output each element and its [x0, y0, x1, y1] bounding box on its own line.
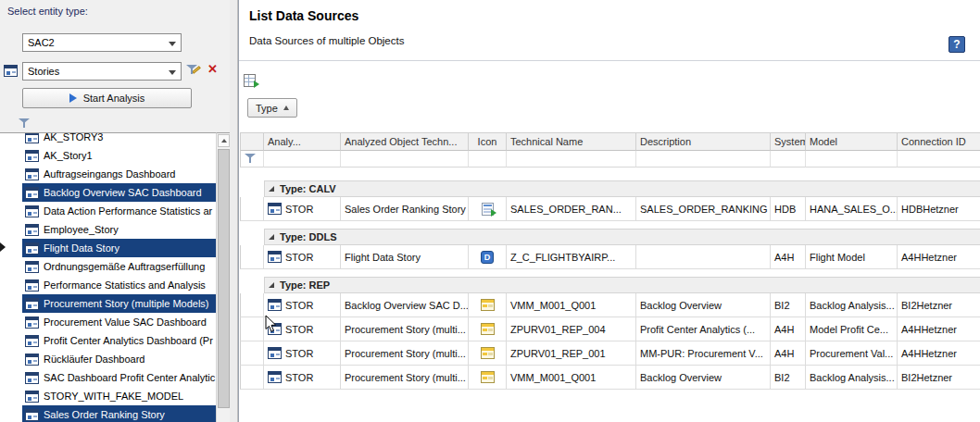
story-list-item[interactable]: Auftragseingangs Dashboard: [22, 165, 216, 183]
story-list-item-label: Data Action Performance Statistics ar: [44, 205, 212, 217]
table-row[interactable]: STOR Flight Data Story D Z_C_FLIGHTBYAIR…: [240, 245, 980, 269]
analysis-type: STOR: [285, 300, 313, 311]
story-list-item[interactable]: Employee_Story: [22, 220, 216, 239]
connection-id-cell: BI2Hetzner: [898, 293, 980, 317]
column-header-indicator: [240, 132, 264, 151]
panel-splitter[interactable]: [230, 0, 238, 422]
calculation-view-icon: [482, 203, 494, 216]
analysis-type: STOR: [285, 324, 313, 335]
row-indicator-cell: [240, 293, 264, 317]
story-list-item[interactable]: SAC Dashboard Profit Center Analytic: [22, 368, 216, 387]
story-list-item-label: Employee_Story: [44, 224, 119, 235]
bw-query-icon: [481, 371, 495, 383]
filter-cell[interactable]: [771, 151, 806, 168]
technical-name-cell: ZPURV01_REP_004: [507, 317, 636, 341]
column-header-system[interactable]: System: [771, 132, 806, 151]
story-list-item[interactable]: AK_STORY3: [22, 132, 216, 146]
table-row[interactable]: STOR Sales Order Ranking Story SALES_ORD…: [240, 197, 980, 221]
table-row[interactable]: STOR Procurement Story (multi... VMM_M00…: [240, 366, 980, 390]
list-filter-funnel-icon[interactable]: [19, 118, 30, 129]
system-cell: A4H: [771, 245, 806, 269]
group-expander-icon: [269, 186, 274, 192]
story-list-item[interactable]: Sales Order Ranking Story: [22, 405, 216, 422]
row-indicator-cell: [240, 245, 264, 269]
model-cell: Model Profit Ce...: [806, 317, 898, 341]
table-row[interactable]: STOR Procurement Story (multi... ZPURV01…: [240, 341, 980, 366]
page-title: List Data Sources: [249, 8, 358, 23]
story-list-item-label: Profit Center Analytics Dashboard (Pr: [44, 335, 213, 346]
system-cell: BI2: [771, 293, 806, 317]
help-button[interactable]: ?: [949, 36, 965, 53]
vertical-scrollbar[interactable]: [216, 132, 230, 422]
table-row[interactable]: STOR Procurement Story (multi... ZPURV01…: [240, 317, 980, 341]
filter-cell[interactable]: [469, 151, 507, 168]
column-header-connection-id[interactable]: Connection ID: [898, 132, 980, 151]
entity-type-combo[interactable]: SAC2: [22, 33, 182, 52]
story-list-item[interactable]: Procurement Story (multiple Models): [22, 294, 216, 313]
group-label: Type: DDLS: [280, 231, 337, 242]
filter-cell[interactable]: [636, 151, 771, 168]
story-list-item[interactable]: Ordnungsgemäße Auftragserfüllung: [22, 257, 216, 276]
story-list-item-label: Procurement Value SAC Dashboard: [44, 316, 207, 328]
bw-query-icon: [481, 299, 495, 311]
column-header-description[interactable]: Description: [636, 132, 771, 151]
model-cell: Procurement Val...: [806, 341, 898, 366]
story-icon: [25, 187, 39, 199]
description-cell: Profit Center Analytics (...: [636, 317, 771, 341]
row-indicator-cell: [240, 197, 264, 221]
group-by-chip[interactable]: Type: [247, 98, 297, 118]
story-icon: [268, 323, 282, 335]
table-row[interactable]: STOR Backlog Overview SAC D... VMM_M001_…: [240, 293, 980, 317]
connection-id-cell: A4HHetzner: [898, 341, 980, 366]
story-icon: [25, 354, 39, 366]
object-icon-cell: [469, 317, 507, 341]
group-by-chip-label: Type: [256, 103, 278, 114]
story-icon: [25, 132, 39, 143]
story-list-item[interactable]: Flight Data Story: [22, 239, 216, 257]
scroll-up-button[interactable]: [218, 134, 230, 147]
story-list-item[interactable]: Rückläufer Dashboard: [22, 350, 216, 368]
system-cell: A4H: [771, 317, 806, 341]
clear-filter-icon[interactable]: ✕: [207, 62, 218, 77]
group-label: Type: CALV: [280, 183, 336, 194]
row-indicator-cell: [240, 341, 264, 366]
export-to-spreadsheet-button[interactable]: [244, 71, 264, 90]
story-list-item[interactable]: Backlog Overview SAC Dashboard: [22, 183, 216, 202]
group-row-rep[interactable]: Type: REP: [264, 277, 980, 293]
filter-cell[interactable]: [898, 151, 980, 168]
model-cell: Backlog Analysis...: [806, 366, 898, 390]
column-header-analysis-type[interactable]: Analy...: [264, 132, 341, 151]
object-type-combo[interactable]: Stories: [22, 62, 182, 81]
column-header-icon[interactable]: Icon: [469, 132, 507, 151]
story-list-item[interactable]: Profit Center Analytics Dashboard (Pr: [22, 331, 216, 350]
scrollbar-thumb[interactable]: [218, 149, 230, 408]
story-icon: [25, 168, 39, 180]
bw-query-icon: [481, 323, 495, 335]
filter-cell[interactable]: [806, 151, 898, 168]
filter-cell[interactable]: [341, 151, 469, 168]
story-list-item[interactable]: Performance Statistics and Analysis: [22, 276, 216, 294]
column-header-model[interactable]: Model: [806, 132, 898, 151]
description-cell: Backlog Overview: [636, 293, 771, 317]
story-list-item-label: Ordnungsgemäße Auftragserfüllung: [44, 261, 205, 272]
filter-edit-icon[interactable]: [186, 65, 197, 75]
group-row-calv[interactable]: Type: CALV: [264, 180, 980, 197]
story-list-item[interactable]: STORY_WITH_FAKE_MODEL: [22, 387, 216, 405]
story-list-item[interactable]: Data Action Performance Statistics ar: [22, 202, 216, 220]
panel-header: List Data Sources Data Sources of multip…: [239, 0, 980, 61]
filter-cell[interactable]: [507, 151, 636, 168]
technical-name-cell: SALES_ORDER_RAN...: [507, 197, 636, 221]
start-analysis-button[interactable]: Start Analysis: [22, 88, 192, 108]
entity-type-value: SAC2: [28, 37, 55, 48]
system-cell: BI2: [771, 366, 806, 390]
page-subtitle: Data Sources of multiple Objects: [249, 35, 404, 46]
story-icon: [25, 224, 39, 236]
group-row-ddls[interactable]: Type: DDLS: [264, 229, 980, 245]
analysis-type-cell: STOR: [264, 293, 341, 317]
story-list-item[interactable]: AK_Story1: [22, 146, 216, 165]
technical-name-cell: Z_C_FLIGHTBYAIRP...: [507, 245, 636, 269]
filter-cell[interactable]: [264, 151, 341, 168]
column-header-object-name[interactable]: Analyzed Object Techn...: [341, 132, 469, 151]
column-header-technical-name[interactable]: Technical Name: [507, 132, 636, 151]
story-list-item[interactable]: Procurement Value SAC Dashboard: [22, 313, 216, 331]
